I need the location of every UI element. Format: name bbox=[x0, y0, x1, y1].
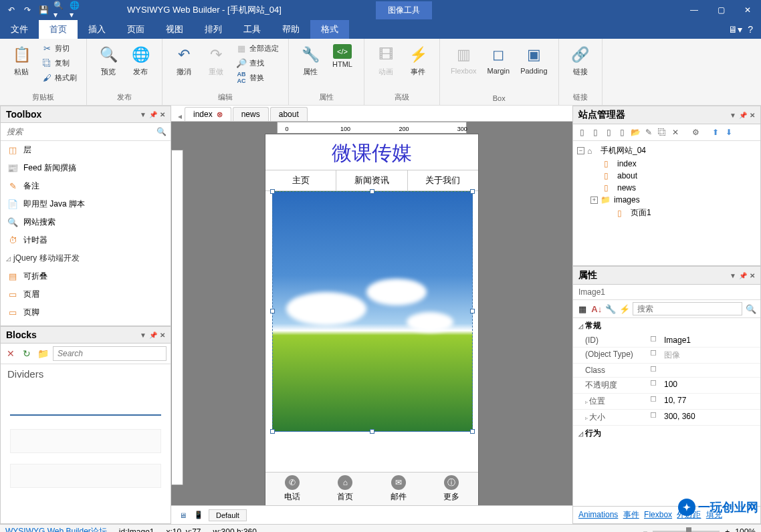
dropdown-icon[interactable]: ▼ bbox=[730, 112, 736, 119]
default-breakpoint-button[interactable]: Default bbox=[209, 509, 247, 521]
delete-icon[interactable]: ✕ bbox=[5, 348, 17, 360]
zoom-out-icon[interactable]: − bbox=[643, 527, 647, 533]
arrow-down-icon[interactable]: ⬇ bbox=[723, 126, 735, 138]
redo-button[interactable]: ↷重做 bbox=[201, 41, 231, 80]
resize-handle-nw[interactable] bbox=[270, 189, 275, 194]
pin-icon[interactable]: 📌 bbox=[739, 272, 747, 279]
toolbox-item-collapsible[interactable]: ▤可折叠 bbox=[1, 267, 171, 285]
toolbox-item-javascript[interactable]: 📄即用型 Java 脚本 bbox=[1, 195, 171, 213]
zoom-in-icon[interactable]: + bbox=[725, 527, 730, 533]
replace-button[interactable]: ABAC替换 bbox=[233, 71, 282, 84]
divider-preview-3[interactable] bbox=[10, 464, 161, 488]
html-button[interactable]: </>HTML bbox=[328, 41, 357, 71]
pin-icon[interactable]: 📌 bbox=[149, 331, 157, 339]
select-all-button[interactable]: ▦全部选定 bbox=[233, 41, 282, 55]
nav-news[interactable]: 新闻资讯 bbox=[336, 170, 407, 190]
tree-folder-images[interactable]: +📁images bbox=[577, 194, 756, 206]
globe-dropdown-icon[interactable]: 🌐▾ bbox=[70, 4, 82, 16]
close-panel-icon[interactable]: ✕ bbox=[160, 331, 165, 339]
tab-insert[interactable]: 插入 bbox=[78, 20, 116, 39]
zoom-thumb[interactable] bbox=[686, 527, 691, 533]
search-icon[interactable]: 🔍 bbox=[156, 127, 167, 136]
toolbox-item-layer[interactable]: ◫层 bbox=[1, 141, 171, 159]
preview-button[interactable]: 🔍预览 bbox=[94, 41, 123, 80]
resize-handle-ne[interactable] bbox=[470, 189, 475, 194]
animation-button[interactable]: 🎞动画 bbox=[371, 41, 401, 80]
image-element-selected[interactable] bbox=[272, 191, 473, 432]
doctab-news[interactable]: news bbox=[233, 107, 269, 121]
footer-mail[interactable]: ✉邮件 bbox=[372, 473, 425, 505]
redo-icon[interactable]: ↷ bbox=[21, 4, 33, 16]
resize-handle-s[interactable] bbox=[370, 429, 374, 434]
format-painter-button[interactable]: 🖌格式刷 bbox=[39, 71, 80, 84]
dropdown-icon[interactable]: ▼ bbox=[140, 331, 146, 339]
events-button[interactable]: ⚡事件 bbox=[403, 41, 433, 80]
properties-button[interactable]: 🔧属性 bbox=[296, 41, 325, 80]
collapse-icon[interactable]: − bbox=[577, 147, 584, 154]
divider-preview-1[interactable] bbox=[10, 392, 161, 416]
tab-help[interactable]: 帮助 bbox=[271, 20, 310, 39]
category-behavior[interactable]: 行为 bbox=[573, 426, 760, 441]
page-icon[interactable]: ▯ bbox=[603, 126, 615, 138]
tab-view[interactable]: 视图 bbox=[155, 20, 194, 39]
search-icon[interactable]: 🔍 bbox=[745, 302, 756, 315]
close-tab-icon[interactable]: ⊗ bbox=[217, 110, 223, 119]
display-icon[interactable]: 🖥▾ bbox=[728, 24, 742, 35]
resize-handle-w[interactable] bbox=[270, 309, 275, 313]
delete-icon[interactable]: ✕ bbox=[669, 126, 681, 138]
cut-button[interactable]: ✂剪切 bbox=[39, 41, 80, 55]
folder-open-icon[interactable]: 📂 bbox=[629, 126, 641, 138]
footer-more[interactable]: ⓘ更多 bbox=[425, 473, 479, 505]
canvas-page[interactable]: 微课传媒 主页 新闻资讯 关于我们 bbox=[265, 134, 479, 505]
undo-button[interactable]: ↶撤消 bbox=[169, 41, 199, 80]
wrench-icon[interactable]: 🔧 bbox=[605, 302, 617, 315]
toolbox-item-sitesearch[interactable]: 🔍网站搜索 bbox=[1, 213, 171, 231]
close-panel-icon[interactable]: ✕ bbox=[750, 112, 755, 119]
flexbox-button[interactable]: ▥Flexbox bbox=[447, 41, 481, 78]
tab-arrange[interactable]: 排列 bbox=[194, 20, 233, 39]
prop-row-opacity[interactable]: 不透明度◻100 bbox=[573, 378, 760, 394]
maximize-button[interactable]: ▢ bbox=[708, 0, 734, 20]
pin-icon[interactable]: 📌 bbox=[739, 112, 747, 119]
edit-icon[interactable]: ✎ bbox=[643, 126, 655, 138]
find-button[interactable]: 🔎查找 bbox=[233, 56, 282, 70]
copy-icon[interactable]: ⿻ bbox=[656, 126, 668, 138]
expand-icon[interactable]: + bbox=[590, 196, 598, 204]
nav-home[interactable]: 主页 bbox=[265, 170, 336, 190]
close-button[interactable]: ✕ bbox=[734, 0, 761, 20]
divider-preview-2[interactable] bbox=[10, 429, 161, 453]
alphabetical-icon[interactable]: A↓ bbox=[591, 302, 603, 315]
paste-button[interactable]: 📋 粘贴 bbox=[7, 41, 36, 80]
link-flexbox[interactable]: Flexbox bbox=[644, 510, 672, 519]
tab-home[interactable]: 首页 bbox=[39, 20, 78, 39]
tab-page[interactable]: 页面 bbox=[116, 20, 155, 39]
prop-row-class[interactable]: Class◻ bbox=[573, 364, 760, 378]
folder-icon[interactable]: 📁 bbox=[37, 348, 49, 360]
settings-icon[interactable]: ⚙ bbox=[689, 126, 701, 138]
doctab-about[interactable]: about bbox=[270, 107, 308, 121]
blocks-search-input[interactable] bbox=[53, 346, 167, 361]
toolbox-category-jquery[interactable]: jQuery 移动端开发 bbox=[1, 249, 171, 267]
footer-phone[interactable]: ✆电话 bbox=[265, 473, 319, 505]
doctab-index[interactable]: index⊗ bbox=[185, 107, 231, 121]
resize-handle-e[interactable] bbox=[470, 309, 475, 313]
page-icon[interactable]: ▯ bbox=[589, 126, 601, 138]
property-search-input[interactable] bbox=[633, 302, 742, 315]
toolbox-item-timer[interactable]: ⏱计时器 bbox=[1, 231, 171, 249]
forum-link[interactable]: WYSIWYG Web Builder论坛 bbox=[5, 526, 107, 532]
toolbox-item-footer[interactable]: ▭页脚 bbox=[1, 303, 171, 321]
resize-handle-n[interactable] bbox=[370, 189, 374, 194]
resize-handle-se[interactable] bbox=[470, 429, 475, 434]
page-icon[interactable]: ▯ bbox=[616, 126, 628, 138]
undo-icon[interactable]: ↶ bbox=[5, 4, 17, 16]
link-events[interactable]: 事件 bbox=[623, 510, 639, 519]
refresh-icon[interactable]: ↻ bbox=[21, 348, 33, 360]
links-button[interactable]: 🔗链接 bbox=[566, 41, 595, 80]
nav-about[interactable]: 关于我们 bbox=[408, 170, 478, 190]
page-icon[interactable]: ▯ bbox=[576, 126, 588, 138]
prop-row-position[interactable]: 位置◻10, 77 bbox=[573, 394, 760, 410]
toolbox-item-note[interactable]: ✎备注 bbox=[1, 177, 171, 195]
copy-button[interactable]: ⿻复制 bbox=[39, 56, 80, 70]
tab-scroll-left[interactable]: ◂ bbox=[178, 112, 185, 121]
dropdown-icon[interactable]: ▼ bbox=[730, 272, 736, 279]
